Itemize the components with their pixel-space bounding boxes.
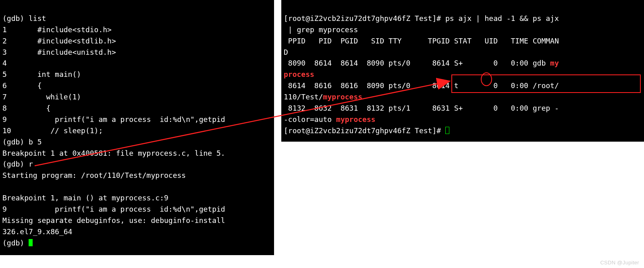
ps-row-cont: -color=auto [284,115,336,124]
cursor-outline-icon [445,127,449,134]
ps-row: 8132 8632 8631 8132 pts/1 8631 S+ 0 0:00… [284,104,559,112]
match-highlight: my [550,59,559,67]
gdb-line: 10 // sleep(1); [2,126,103,135]
shell-command-cont: | grep myprocess [284,25,358,34]
gdb-line: 4 [2,59,37,67]
gdb-line: 3 #include<unistd.h> [2,48,116,56]
gdb-line: 326.el7_9.x86_64 [2,227,72,236]
gdb-line: (gdb) b 5 [2,138,42,146]
gdb-line: 8 { [2,104,50,112]
match-highlight: myprocess [323,93,363,101]
gdb-prompt[interactable]: (gdb) [2,239,29,247]
match-highlight: process [284,70,314,78]
gdb-line: 9 printf("i am a process id:%d\n",getpid [2,115,225,124]
ps-header-cont: D [284,48,288,56]
gdb-terminal[interactable]: (gdb) list 1 #include<stdio.h> 2 #includ… [0,0,274,255]
ps-row: 8614 8616 8616 8090 pts/0 8614 t 0 0:00 … [284,81,559,90]
gdb-line: 1 #include<stdio.h> [2,25,112,34]
gdb-line: 6 { [2,81,42,90]
shell-prompt[interactable]: [root@iZ2vcb2izu72dt7ghpv46fZ Test]# [284,126,445,135]
shell-prompt: [root@iZ2vcb2izu72dt7ghpv46fZ Test]# [284,14,445,23]
ps-row: 8090 8614 8614 8090 pts/0 8614 S+ 0 0:00… [284,59,550,67]
watermark-text: CSDN @Jupiter [600,260,639,266]
shell-command: ps ajx | head -1 && ps ajx [445,14,559,23]
shell-terminal[interactable]: [root@iZ2vcb2izu72dt7ghpv46fZ Test]# ps … [281,0,644,142]
gdb-line: Breakpoint 1 at 0x400581: file myprocess… [2,149,225,157]
match-highlight: myprocess [336,115,376,124]
gdb-line: (gdb) list [2,14,46,23]
ps-header: PPID PID PGID SID TTY TPGID STAT UID TIM… [284,37,559,45]
gdb-line: Starting program: /root/110/Test/myproce… [2,171,186,179]
gdb-line: 5 int main() [2,70,81,78]
gdb-line: 9 printf("i am a process id:%d\n",getpid [2,205,225,213]
cursor-icon [29,239,33,246]
gdb-line: 7 while(1) [2,93,81,101]
gdb-line: Missing separate debuginfos, use: debugi… [2,216,225,225]
gdb-line: Breakpoint 1, main () at myprocess.c:9 [2,194,168,202]
ps-row-cont: 110/Test/ [284,93,323,101]
gdb-line: 2 #include<stdlib.h> [2,37,116,45]
gdb-line: (gdb) r [2,160,33,168]
